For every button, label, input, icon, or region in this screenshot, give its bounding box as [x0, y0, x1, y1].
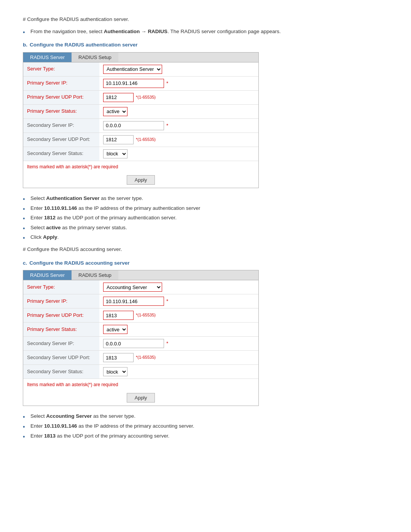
table-row: Secondary Server UDP Port: *(1-65535)	[23, 133, 258, 147]
auth-primary-status-label: Primary Server Status:	[23, 104, 99, 118]
table-row: Primary Server IP: *	[23, 294, 258, 308]
acct-tabs: RADIUS Server RADIUS Setup	[23, 270, 258, 280]
list-item: Enter 10.110.91.146 as the IP address of…	[23, 422, 388, 430]
acct-secondary-ip-input[interactable]	[103, 339, 164, 348]
acct-primary-port-input[interactable]	[103, 311, 134, 320]
section-b-label: b. Configure the RADIUS authentication s…	[23, 41, 388, 49]
acct-primary-ip-asterisk: *	[166, 297, 168, 305]
auth-secondary-port-label: Secondary Server UDP Port:	[23, 133, 99, 147]
table-row: Primary Server UDP Port: *(1-65535)	[23, 308, 258, 323]
auth-primary-ip-label: Primary Server IP:	[23, 76, 99, 90]
table-row: Secondary Server Status: block active	[23, 147, 258, 161]
acct-bullet-1: Select Accounting Server as the server t…	[30, 412, 135, 420]
auth-server-type-select[interactable]: Authentication Server Accounting Server	[103, 65, 162, 74]
acct-form-table: Server Type: Accounting Server Authentic…	[23, 280, 258, 379]
acct-tab-server[interactable]: RADIUS Server	[23, 270, 72, 280]
auth-bullet-1: Select Authentication Server as the serv…	[30, 194, 143, 203]
section-c-title: Configure the RADIUS accounting server	[29, 259, 129, 267]
table-row: Secondary Server IP: *	[23, 337, 258, 351]
acct-apply-button[interactable]: Apply	[127, 393, 155, 403]
acct-tab-setup[interactable]: RADIUS Setup	[72, 270, 118, 280]
auth-bullet-4: Select active as the primary server stat…	[30, 224, 127, 232]
table-row: Server Type: Accounting Server Authentic…	[23, 280, 258, 294]
auth-apply-row: Apply	[23, 172, 258, 188]
auth-primary-port-value: *(1-65535)	[99, 90, 258, 104]
acct-secondary-port-range: *(1-65535)	[136, 354, 156, 361]
auth-server-type-label: Server Type:	[23, 62, 99, 77]
table-row: Secondary Server Status: block active	[23, 365, 258, 379]
auth-bullets: Select Authentication Server as the serv…	[23, 194, 388, 241]
auth-tab-server[interactable]: RADIUS Server	[23, 53, 72, 62]
acct-secondary-port-label: Secondary Server UDP Port:	[23, 351, 99, 365]
acct-server-type-select[interactable]: Accounting Server Authentication Server	[103, 283, 162, 292]
auth-primary-status-value: active block	[99, 104, 258, 118]
acct-primary-port-label: Primary Server UDP Port:	[23, 308, 99, 323]
auth-tab-setup[interactable]: RADIUS Setup	[72, 53, 118, 62]
acct-apply-row: Apply	[23, 390, 258, 406]
section-c-label: c. Configure the RADIUS accounting serve…	[23, 259, 388, 267]
auth-primary-ip-value: *	[99, 76, 258, 90]
acct-bullets: Select Accounting Server as the server t…	[23, 412, 388, 440]
auth-primary-status-select[interactable]: active block	[103, 107, 127, 116]
acct-required-note: Items marked with an asterisk(*) are req…	[23, 379, 258, 390]
table-row: Primary Server Status: active block	[23, 104, 258, 118]
nav-bullet: From the navigation tree, select Authent…	[23, 27, 388, 36]
acct-primary-port-value: *(1-65535)	[99, 308, 258, 323]
auth-primary-port-input[interactable]	[103, 93, 134, 102]
auth-secondary-status-value: block active	[99, 147, 258, 161]
hash-comment-2: # Configure the RADIUS accounting server…	[23, 245, 388, 254]
nav-bullet-text: From the navigation tree, select Authent…	[30, 27, 281, 36]
auth-secondary-port-value: *(1-65535)	[99, 133, 258, 147]
acct-primary-status-label: Primary Server Status:	[23, 323, 99, 337]
section-c-letter: c.	[23, 259, 27, 267]
auth-secondary-ip-asterisk: *	[166, 121, 168, 130]
acct-primary-status-value: active block	[99, 323, 258, 337]
acct-secondary-ip-value: *	[99, 337, 258, 351]
auth-primary-port-label: Primary Server UDP Port:	[23, 90, 99, 104]
acct-secondary-status-label: Secondary Server Status:	[23, 365, 99, 379]
acct-radius-panel: RADIUS Server RADIUS Setup Server Type: …	[23, 270, 259, 406]
auth-secondary-status-select[interactable]: block active	[103, 149, 127, 158]
acct-bullet-3: Enter 1813 as the UDP port of the primar…	[30, 432, 169, 440]
list-item: Enter 1812 as the UDP port of the primar…	[23, 214, 388, 222]
acct-secondary-ip-label: Secondary Server IP:	[23, 337, 99, 351]
auth-bullet-2: Enter 10.110.91.146 as the IP address of…	[30, 204, 200, 212]
auth-primary-ip-asterisk: *	[166, 79, 168, 88]
acct-primary-port-range: *(1-65535)	[136, 312, 156, 319]
auth-required-note: Items marked with an asterisk(*) are req…	[23, 161, 258, 172]
table-row: Primary Server UDP Port: *(1-65535)	[23, 90, 258, 104]
auth-bullet-5: Click Apply.	[30, 233, 59, 241]
auth-apply-button[interactable]: Apply	[127, 175, 155, 185]
auth-secondary-ip-value: *	[99, 118, 258, 133]
list-item: Select Accounting Server as the server t…	[23, 412, 388, 420]
table-row: Server Type: Authentication Server Accou…	[23, 62, 258, 77]
acct-bullet-2: Enter 10.110.91.146 as the IP address of…	[30, 422, 194, 430]
table-row: Secondary Server IP: *	[23, 118, 258, 133]
acct-server-type-value: Accounting Server Authentication Server	[99, 280, 258, 294]
acct-secondary-port-value: *(1-65535)	[99, 351, 258, 365]
table-row: Primary Server IP: *	[23, 76, 258, 90]
acct-secondary-status-value: block active	[99, 365, 258, 379]
list-item: Click Apply.	[23, 233, 388, 241]
auth-secondary-ip-input[interactable]	[103, 121, 164, 130]
acct-secondary-port-input[interactable]	[103, 353, 134, 362]
auth-primary-port-range: *(1-65535)	[136, 94, 156, 101]
auth-form-table: Server Type: Authentication Server Accou…	[23, 62, 258, 161]
auth-secondary-status-label: Secondary Server Status:	[23, 147, 99, 161]
auth-bullet-3: Enter 1812 as the UDP port of the primar…	[30, 214, 177, 222]
auth-primary-ip-input[interactable]	[103, 79, 164, 88]
acct-primary-ip-value: *	[99, 294, 258, 308]
auth-secondary-port-input[interactable]	[103, 135, 134, 144]
table-row: Secondary Server UDP Port: *(1-65535)	[23, 351, 258, 365]
acct-primary-ip-input[interactable]	[103, 297, 164, 306]
hash-comment-1: # Configure the RADIUS authentication se…	[23, 15, 388, 24]
acct-server-type-label: Server Type:	[23, 280, 99, 294]
table-row: Primary Server Status: active block	[23, 323, 258, 337]
acct-secondary-status-select[interactable]: block active	[103, 367, 127, 376]
acct-primary-ip-label: Primary Server IP:	[23, 294, 99, 308]
acct-primary-status-select[interactable]: active block	[103, 325, 127, 334]
auth-tabs: RADIUS Server RADIUS Setup	[23, 53, 258, 62]
intro-bullets: From the navigation tree, select Authent…	[23, 27, 388, 36]
auth-secondary-ip-label: Secondary Server IP:	[23, 118, 99, 133]
list-item: Select active as the primary server stat…	[23, 224, 388, 232]
